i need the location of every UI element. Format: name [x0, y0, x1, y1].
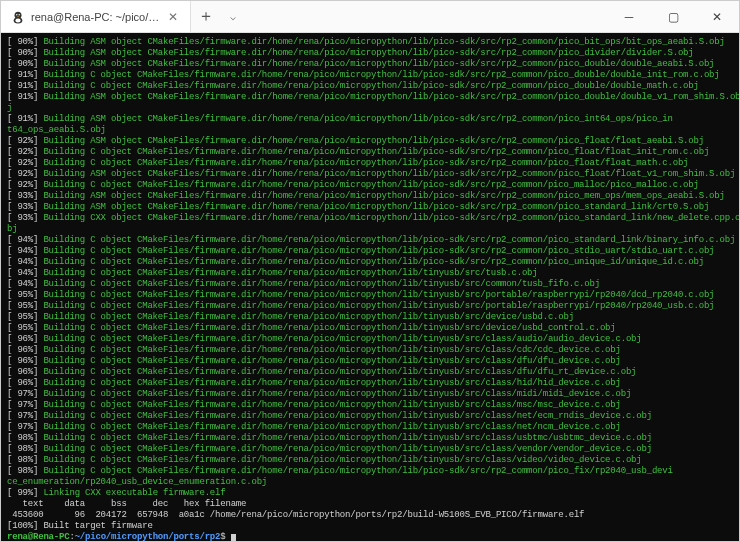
tab-close-button[interactable]: ✕	[166, 10, 180, 24]
close-button[interactable]: ✕	[695, 1, 739, 32]
tab-title: rena@Rena-PC: ~/pico/micro	[31, 11, 160, 23]
penguin-icon	[11, 10, 25, 24]
minimize-button[interactable]: ─	[607, 1, 651, 32]
terminal-output[interactable]: [ 90%] Building ASM object CMakeFiles/fi…	[1, 33, 739, 541]
new-tab-button[interactable]: ＋	[191, 1, 221, 32]
cursor	[231, 534, 236, 541]
svg-point-2	[15, 18, 20, 22]
titlebar-drag[interactable]	[245, 1, 607, 32]
maximize-button[interactable]: ▢	[651, 1, 695, 32]
tab-terminal[interactable]: rena@Rena-PC: ~/pico/micro ✕	[1, 1, 191, 32]
svg-point-4	[19, 14, 20, 15]
terminal-window: rena@Rena-PC: ~/pico/micro ✕ ＋ ⌵ ─ ▢ ✕ […	[0, 0, 740, 542]
svg-point-3	[16, 14, 17, 15]
tab-dropdown-button[interactable]: ⌵	[221, 1, 245, 32]
titlebar: rena@Rena-PC: ~/pico/micro ✕ ＋ ⌵ ─ ▢ ✕	[1, 1, 739, 33]
